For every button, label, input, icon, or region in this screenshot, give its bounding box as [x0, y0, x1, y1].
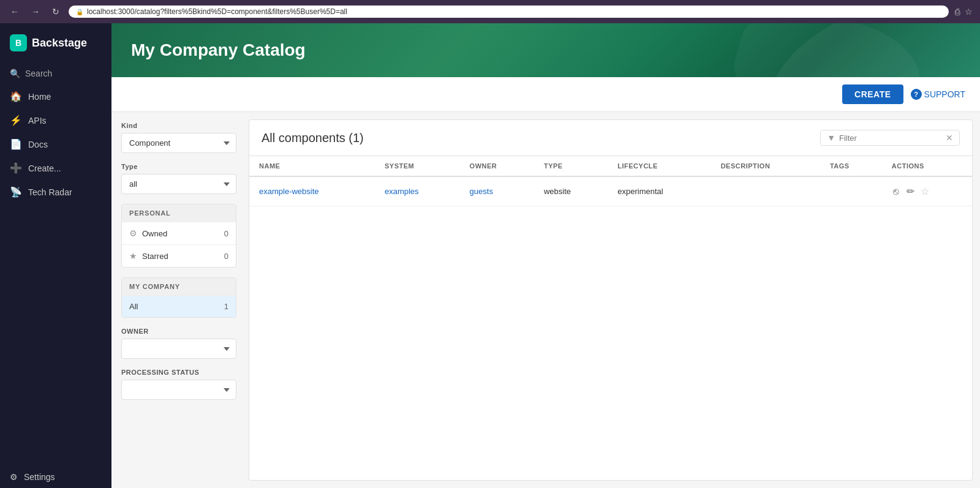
table-row: example-website examples guests website …: [249, 176, 972, 206]
owner-select[interactable]: [121, 339, 236, 359]
starred-label: Starred: [142, 252, 224, 261]
cell-tags: [820, 176, 882, 206]
starred-icon: ★: [129, 251, 137, 261]
col-description: DESCRIPTION: [711, 156, 820, 176]
sidebar-item-home-label: Home: [28, 92, 51, 102]
sidebar-item-tech-radar[interactable]: 📡 Tech Radar: [0, 180, 111, 204]
table-body: example-website examples guests website …: [249, 176, 972, 206]
settings-label: Settings: [24, 472, 55, 482]
logo-icon: B: [10, 34, 27, 51]
page-title: My Company Catalog: [131, 40, 960, 60]
processing-status-label: PROCESSING STATUS: [121, 369, 236, 376]
cell-actions: ⎋ ✏ ☆: [882, 176, 972, 206]
back-button[interactable]: ←: [7, 6, 22, 18]
forward-button[interactable]: →: [28, 6, 43, 18]
support-button[interactable]: ? SUPPORT: [911, 89, 965, 100]
sidebar-logo: B Backstage: [0, 23, 111, 62]
col-actions: ACTIONS: [882, 156, 972, 176]
filter-input[interactable]: [839, 133, 942, 143]
share-button[interactable]: ⎙: [955, 7, 960, 17]
catalog-title: All components (1): [262, 131, 364, 145]
sidebar-nav: 🏠 Home ⚡ APIs 📄 Docs ➕ Create... 📡 Tech …: [0, 84, 111, 204]
sidebar-item-create-label: Create...: [28, 163, 61, 173]
sidebar-item-apis-label: APIs: [28, 116, 47, 126]
personal-section-header: PERSONAL: [122, 205, 236, 222]
col-lifecycle: LIFECYCLE: [608, 156, 710, 176]
kind-filter-label: Kind: [121, 122, 236, 129]
component-name-link[interactable]: example-website: [259, 187, 319, 196]
toolbar: CREATE ? SUPPORT: [111, 77, 980, 112]
browser-actions: ⎙ ☆: [955, 7, 973, 17]
main-content: My Company Catalog CREATE ? SUPPORT Kind…: [111, 23, 980, 488]
sidebar-item-home[interactable]: 🏠 Home: [0, 84, 111, 108]
filter-clear-button[interactable]: ✕: [946, 133, 953, 143]
home-icon: 🏠: [10, 91, 22, 102]
catalog-header: All components (1) ▼ ✕: [249, 120, 972, 156]
sidebar-item-create[interactable]: ➕ Create...: [0, 156, 111, 180]
cell-system: examples: [375, 176, 460, 206]
filter-icon: ▼: [827, 133, 835, 143]
view-action-icon[interactable]: ⎋: [892, 185, 900, 198]
url-bar[interactable]: 🔒 localhost:3000/catalog?filters%5Bkind%…: [69, 6, 949, 18]
owner-filter-label: OWNER: [121, 328, 236, 335]
support-icon: ?: [911, 89, 922, 100]
url-text: localhost:3000/catalog?filters%5Bkind%5D…: [87, 7, 347, 16]
lock-icon: 🔒: [76, 9, 83, 15]
sidebar-item-tech-radar-label: Tech Radar: [28, 187, 72, 197]
owned-count: 0: [224, 229, 228, 238]
filter-sidebar: Kind Component API Group User Domain Sys…: [111, 112, 246, 488]
sidebar-spacer: [0, 204, 111, 466]
action-icons: ⎋ ✏ ☆: [892, 184, 962, 198]
owned-filter-item[interactable]: ⚙ Owned 0: [122, 222, 236, 244]
content-area: Kind Component API Group User Domain Sys…: [111, 112, 980, 488]
cell-description: [711, 176, 820, 206]
cell-name: example-website: [249, 176, 375, 206]
create-icon: ➕: [10, 162, 22, 174]
edit-action-icon[interactable]: ✏: [905, 184, 916, 198]
sidebar-app-name: Backstage: [32, 37, 87, 50]
sidebar-item-apis[interactable]: ⚡ APIs: [0, 108, 111, 132]
processing-status-select[interactable]: [121, 380, 236, 400]
star-action-icon[interactable]: ☆: [921, 186, 929, 197]
col-name: NAME: [249, 156, 375, 176]
type-select[interactable]: all website service library: [121, 174, 236, 194]
search-icon: 🔍: [10, 69, 20, 78]
col-tags: TAGS: [820, 156, 882, 176]
component-system-link[interactable]: examples: [385, 187, 419, 196]
col-owner: OWNER: [460, 156, 534, 176]
kind-select[interactable]: Component API Group User Domain System R…: [121, 133, 236, 153]
all-filter-item[interactable]: All 1: [122, 295, 236, 317]
cell-type: website: [534, 176, 608, 206]
component-owner-link[interactable]: guests: [470, 187, 493, 196]
all-count: 1: [224, 302, 228, 311]
refresh-button[interactable]: ↻: [49, 6, 62, 18]
company-section: MY COMPANY All 1: [121, 277, 236, 318]
col-type: TYPE: [534, 156, 608, 176]
app-container: B Backstage 🔍 Search 🏠 Home ⚡ APIs 📄 Doc…: [0, 23, 980, 488]
browser-chrome: ← → ↻ 🔒 localhost:3000/catalog?filters%5…: [0, 0, 980, 23]
type-filter-label: Type: [121, 163, 236, 170]
docs-icon: 📄: [10, 138, 22, 150]
header-banner: My Company Catalog: [111, 23, 980, 77]
create-button[interactable]: CREATE: [842, 84, 903, 104]
sidebar-search[interactable]: 🔍 Search: [0, 62, 111, 84]
sidebar-item-docs-label: Docs: [28, 140, 48, 149]
sidebar-settings[interactable]: ⚙ Settings: [0, 466, 111, 488]
bookmark-button[interactable]: ☆: [965, 7, 973, 17]
col-system: SYSTEM: [375, 156, 460, 176]
tech-radar-icon: 📡: [10, 186, 22, 198]
cell-owner: guests: [460, 176, 534, 206]
sidebar-item-docs[interactable]: 📄 Docs: [0, 132, 111, 156]
table-header: NAME SYSTEM OWNER TYPE LIFECYCLE DESCRIP…: [249, 156, 972, 176]
personal-section: PERSONAL ⚙ Owned 0 ★ Starred 0: [121, 204, 236, 268]
catalog-table: NAME SYSTEM OWNER TYPE LIFECYCLE DESCRIP…: [249, 156, 972, 480]
company-section-header: MY COMPANY: [122, 278, 236, 295]
all-label: All: [129, 302, 224, 311]
support-label: SUPPORT: [924, 89, 965, 99]
starred-filter-item[interactable]: ★ Starred 0: [122, 244, 236, 267]
owned-icon: ⚙: [129, 228, 137, 238]
filter-input-wrapper: ▼ ✕: [820, 130, 960, 146]
catalog-panel: All components (1) ▼ ✕ NAME SYSTEM: [249, 119, 973, 481]
settings-icon: ⚙: [10, 472, 18, 482]
apis-icon: ⚡: [10, 114, 22, 126]
